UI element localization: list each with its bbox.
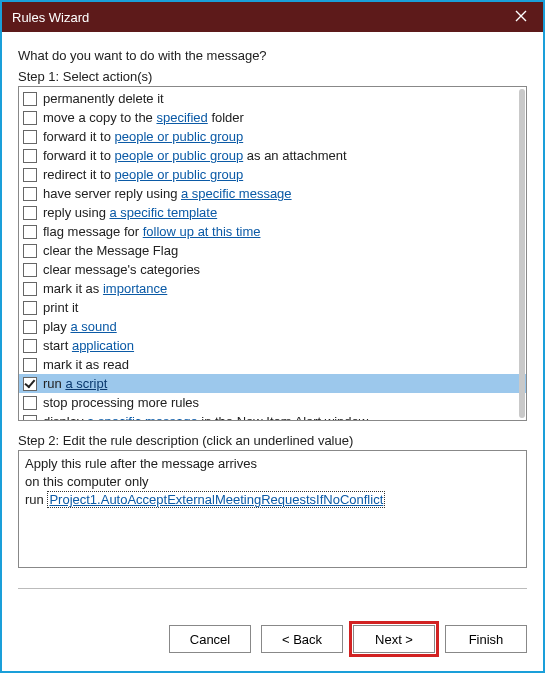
action-link[interactable]: importance bbox=[103, 281, 167, 296]
action-row[interactable]: mark it as importance bbox=[19, 279, 526, 298]
action-row[interactable]: clear message's categories bbox=[19, 260, 526, 279]
action-label: start application bbox=[43, 338, 134, 353]
action-checkbox[interactable] bbox=[23, 168, 37, 182]
action-checkbox[interactable] bbox=[23, 301, 37, 315]
step1-label: Step 1: Select action(s) bbox=[18, 69, 527, 84]
desc-line-2: on this computer only bbox=[25, 473, 520, 491]
action-checkbox[interactable] bbox=[23, 377, 37, 391]
action-row[interactable]: clear the Message Flag bbox=[19, 241, 526, 260]
action-row[interactable]: start application bbox=[19, 336, 526, 355]
action-link[interactable]: application bbox=[72, 338, 134, 353]
titlebar: Rules Wizard bbox=[2, 2, 543, 32]
desc-line-3: run Project1.AutoAcceptExternalMeetingRe… bbox=[25, 491, 520, 509]
action-label: stop processing more rules bbox=[43, 395, 199, 410]
action-checkbox[interactable] bbox=[23, 396, 37, 410]
action-link[interactable]: a specific message bbox=[181, 186, 292, 201]
action-checkbox[interactable] bbox=[23, 320, 37, 334]
action-checkbox[interactable] bbox=[23, 92, 37, 106]
action-label: mark it as read bbox=[43, 357, 129, 372]
rule-description-box: Apply this rule after the message arrive… bbox=[18, 450, 527, 568]
action-checkbox[interactable] bbox=[23, 130, 37, 144]
action-label: display a specific message in the New It… bbox=[43, 414, 368, 421]
action-row[interactable]: have server reply using a specific messa… bbox=[19, 184, 526, 203]
action-checkbox[interactable] bbox=[23, 187, 37, 201]
action-label: move a copy to the specified folder bbox=[43, 110, 244, 125]
action-row[interactable]: redirect it to people or public group bbox=[19, 165, 526, 184]
action-label: clear the Message Flag bbox=[43, 243, 178, 258]
dialog-content: What do you want to do with the message?… bbox=[2, 32, 543, 611]
action-label: mark it as importance bbox=[43, 281, 167, 296]
action-row[interactable]: forward it to people or public group as … bbox=[19, 146, 526, 165]
close-button[interactable] bbox=[498, 2, 543, 32]
action-list: permanently delete itmove a copy to the … bbox=[18, 86, 527, 421]
desc-line-3-prefix: run bbox=[25, 492, 47, 507]
desc-line-1: Apply this rule after the message arrive… bbox=[25, 455, 520, 473]
action-link[interactable]: a sound bbox=[70, 319, 116, 334]
button-row: Cancel < Back Next > Finish bbox=[2, 611, 543, 671]
action-label: flag message for follow up at this time bbox=[43, 224, 261, 239]
action-checkbox[interactable] bbox=[23, 225, 37, 239]
action-row[interactable]: stop processing more rules bbox=[19, 393, 526, 412]
action-row[interactable]: run a script bbox=[19, 374, 526, 393]
step2-label: Step 2: Edit the rule description (click… bbox=[18, 433, 527, 448]
action-checkbox[interactable] bbox=[23, 282, 37, 296]
action-link[interactable]: a specific message bbox=[87, 414, 198, 421]
action-checkbox[interactable] bbox=[23, 415, 37, 422]
action-checkbox[interactable] bbox=[23, 244, 37, 258]
action-label: permanently delete it bbox=[43, 91, 164, 106]
action-link[interactable]: specified bbox=[156, 110, 207, 125]
action-row[interactable]: permanently delete it bbox=[19, 89, 526, 108]
action-row[interactable]: print it bbox=[19, 298, 526, 317]
action-checkbox[interactable] bbox=[23, 206, 37, 220]
cancel-button[interactable]: Cancel bbox=[169, 625, 251, 653]
action-checkbox[interactable] bbox=[23, 263, 37, 277]
action-label: have server reply using a specific messa… bbox=[43, 186, 292, 201]
action-link[interactable]: people or public group bbox=[115, 148, 244, 163]
action-label: clear message's categories bbox=[43, 262, 200, 277]
action-checkbox[interactable] bbox=[23, 111, 37, 125]
action-label: forward it to people or public group bbox=[43, 129, 243, 144]
finish-button[interactable]: Finish bbox=[445, 625, 527, 653]
action-link[interactable]: people or public group bbox=[115, 167, 244, 182]
action-row[interactable]: flag message for follow up at this time bbox=[19, 222, 526, 241]
next-button[interactable]: Next > bbox=[353, 625, 435, 653]
back-button[interactable]: < Back bbox=[261, 625, 343, 653]
action-label: print it bbox=[43, 300, 78, 315]
action-checkbox[interactable] bbox=[23, 358, 37, 372]
action-row[interactable]: play a sound bbox=[19, 317, 526, 336]
separator bbox=[18, 588, 527, 589]
action-link[interactable]: a specific template bbox=[109, 205, 217, 220]
action-link[interactable]: people or public group bbox=[115, 129, 244, 144]
action-label: play a sound bbox=[43, 319, 117, 334]
action-row[interactable]: reply using a specific template bbox=[19, 203, 526, 222]
script-name-link[interactable]: Project1.AutoAcceptExternalMeetingReques… bbox=[47, 491, 385, 508]
action-link[interactable]: a script bbox=[65, 376, 107, 391]
action-link[interactable]: follow up at this time bbox=[143, 224, 261, 239]
action-checkbox[interactable] bbox=[23, 339, 37, 353]
action-label: reply using a specific template bbox=[43, 205, 217, 220]
prompt-text: What do you want to do with the message? bbox=[18, 48, 527, 63]
action-row[interactable]: mark it as read bbox=[19, 355, 526, 374]
action-row[interactable]: forward it to people or public group bbox=[19, 127, 526, 146]
rules-wizard-dialog: Rules Wizard What do you want to do with… bbox=[0, 0, 545, 673]
close-icon bbox=[515, 10, 527, 25]
action-row[interactable]: move a copy to the specified folder bbox=[19, 108, 526, 127]
action-label: forward it to people or public group as … bbox=[43, 148, 347, 163]
action-checkbox[interactable] bbox=[23, 149, 37, 163]
window-title: Rules Wizard bbox=[12, 10, 498, 25]
scrollbar[interactable] bbox=[519, 89, 525, 418]
action-label: redirect it to people or public group bbox=[43, 167, 243, 182]
action-row[interactable]: display a specific message in the New It… bbox=[19, 412, 526, 421]
action-label: run a script bbox=[43, 376, 107, 391]
